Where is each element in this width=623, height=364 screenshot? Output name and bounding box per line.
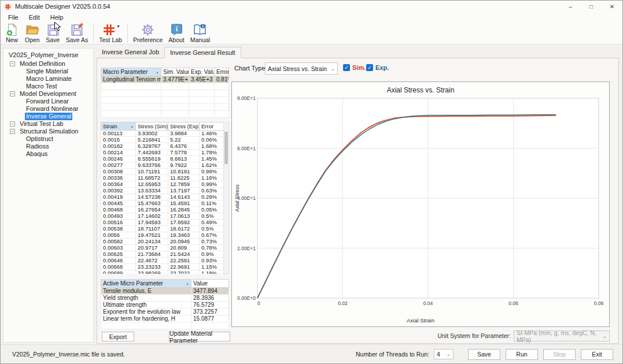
collapse-icon[interactable]: −	[10, 91, 15, 96]
table-scrollbar[interactable]	[223, 122, 229, 274]
collapse-icon[interactable]: −	[10, 61, 15, 66]
tab-inverse-general-result[interactable]: Inverse General Result	[164, 47, 241, 58]
table-row[interactable]: 0.0033611.6857211.82251.16%	[101, 175, 224, 181]
menu-edit[interactable]: Edit	[24, 13, 45, 21]
chart-type-dropdown[interactable]: Axial Stress vs. Strain ⌄	[265, 62, 338, 75]
menu-file[interactable]: File	[3, 13, 24, 21]
tree-item-label: Radioss	[25, 143, 50, 150]
sidebar-item-structural-simulation[interactable]: −Structural Simulation	[3, 128, 93, 135]
sidebar-item-forward-nonlinear[interactable]: Forward Nonlinear	[3, 105, 93, 113]
table-row[interactable]: 0.0068923.9826923.70221.18%	[101, 270, 224, 274]
table-row[interactable]: 0.00155.2168415.220.06%	[101, 137, 224, 143]
tab-inverse-general-job[interactable]: Inverse General Job	[97, 47, 164, 58]
chart-x-axis-label: Axial Strain	[232, 317, 609, 324]
sidebar-item-macro-laminate[interactable]: Macro Laminate	[3, 75, 93, 83]
value-column-header[interactable]: Value	[191, 280, 229, 288]
sidebar-item-forward-linear[interactable]: Forward Linear	[3, 98, 93, 105]
table-row[interactable]: 0.001826.3297676.43761.68%	[101, 143, 224, 150]
table-row[interactable]: 0.005619.4762119.34630.67%	[101, 232, 224, 239]
tree-item-label: Forward Nonlinear	[25, 105, 79, 113]
preference-icon	[141, 23, 155, 37]
exp-checkbox-icon[interactable]: ✓	[366, 64, 373, 71]
maximize-button[interactable]: □	[581, 1, 602, 12]
table-row[interactable]: 0.0036412.6595312.78590.99%	[101, 181, 224, 188]
table-cell: 0.9%	[200, 251, 224, 258]
sidebar-item-abaqus[interactable]: Abaqus	[3, 150, 93, 158]
table-row[interactable]: 0.0051617.9459317.85920.49%	[101, 220, 224, 226]
macro-parameter-column-header[interactable]: ▲Macro Parameter	[101, 68, 161, 76]
threads-dropdown[interactable]: 4 ⌄	[434, 349, 454, 359]
table-cell: 28.3936	[191, 295, 229, 302]
tree-root-project[interactable]: V2025_Polymer_Inverse	[3, 50, 93, 60]
sim-checkbox-icon[interactable]: ✓	[343, 64, 350, 71]
table-cell: 0.67%	[200, 232, 224, 239]
collapse-icon[interactable]: −	[10, 129, 15, 134]
table-row[interactable]: 0.0060320.971720.8090.78%	[101, 245, 224, 251]
sidebar-item-radioss[interactable]: Radioss	[3, 143, 93, 150]
table-row[interactable]: 0.0049317.1460217.06130.5%	[101, 213, 224, 220]
exp-value-column-header[interactable]: Exp. Value	[189, 68, 215, 76]
preference-button[interactable]: Preference	[130, 23, 165, 43]
sidebar-item-virtual-test-lab[interactable]: −Virtual Test Lab	[3, 120, 93, 128]
table-row[interactable]: 0.0030810.7119110.81910.99%	[101, 169, 224, 175]
table-row[interactable]: Exponent for the evolution law373.2257	[101, 309, 229, 315]
stress-exp-column-header[interactable]: Stress (Exp)	[168, 122, 200, 131]
sim-value-column-header[interactable]: Sim. Value	[161, 68, 189, 76]
table-row[interactable]: 0.0044515.4766315.45910.11%	[101, 200, 224, 207]
table-row[interactable]: 0.0062521.7368421.54240.9%	[101, 251, 224, 258]
run-button[interactable]: Run	[506, 349, 538, 360]
sidebar-item-inverse-general[interactable]: Inverse General	[3, 113, 93, 120]
sim-toggle[interactable]: ✓ Sim.	[343, 64, 366, 71]
active-micro-parameter-column-header[interactable]: ▲Active Micro Parameter	[101, 280, 191, 288]
exit-button[interactable]: Exit	[581, 349, 613, 360]
sidebar-item-optistruct[interactable]: Optistruct	[3, 135, 93, 143]
sidebar-item-model-definition[interactable]: −Model Definition	[3, 60, 93, 68]
table-row[interactable]: 0.002147.4426937.57781.78%	[101, 150, 224, 156]
table-row[interactable]: 0.0066823.2323322.96911.15%	[101, 264, 224, 270]
error-column-header[interactable]: Error	[215, 68, 229, 76]
table-row[interactable]: Ultimate strength76.5729	[101, 302, 229, 309]
stress-sim-column-header[interactable]: Stress (Sim)	[136, 122, 168, 131]
table-cell: 0.00646	[101, 258, 136, 264]
chevron-down-icon: ⌄	[330, 66, 335, 72]
sidebar-item-macro-test[interactable]: Macro Test	[3, 83, 93, 90]
table-row[interactable]: 0.0058220.2413420.09450.73%	[101, 239, 224, 245]
open-button[interactable]: Open	[22, 23, 43, 43]
collapse-icon[interactable]: −	[10, 121, 15, 127]
minimize-button[interactable]: –	[560, 1, 581, 12]
table-cell: 0.99%	[200, 181, 224, 188]
tree-item-label: Forward Linear	[25, 98, 70, 105]
manual-button[interactable]: iManual	[187, 23, 213, 43]
strain-column-header[interactable]: ▲Strain	[101, 122, 136, 131]
export-button[interactable]: Export	[102, 332, 134, 341]
table-row[interactable]: 0.002779.6337669.79221.62%	[101, 162, 224, 169]
table-row[interactable]: 0.001133.930023.98841.46%	[101, 131, 224, 137]
table-row[interactable]: Tensile modulus, E3477.894	[101, 288, 229, 295]
table-row[interactable]: 0.002468.5556198.68131.45%	[101, 156, 224, 162]
table-row[interactable]: 0.0064622.467222.25910.93%	[101, 258, 224, 264]
table-row[interactable]: 0.0041914.5723814.61430.29%	[101, 194, 224, 200]
error-column-header[interactable]: Error	[200, 122, 224, 131]
save-button[interactable]: Save	[468, 349, 500, 360]
table-row[interactable]: 0.0053818.7110718.61720.5%	[101, 226, 224, 232]
table-row[interactable]: Yield strength28.3936	[101, 295, 229, 302]
table-cell	[161, 111, 189, 118]
table-row[interactable]: Longitudinal Tension mod...3.4779E+33.45…	[101, 76, 229, 83]
exp-toggle[interactable]: ✓ Exp.	[366, 64, 389, 71]
scrollbar-thumb[interactable]	[224, 132, 228, 164]
table-row[interactable]: 0.0039213.6333413.71970.63%	[101, 188, 224, 194]
test-lab-button[interactable]: ▾Test Lab	[96, 23, 125, 43]
new-button[interactable]: New	[2, 23, 22, 43]
table-row[interactable]: 0.0046816.2765416.28450.05%	[101, 207, 224, 213]
table-cell: 76.5729	[191, 302, 229, 309]
menu-help[interactable]: Help	[45, 13, 69, 21]
y-tick-label: 6.00E+1	[237, 146, 256, 151]
sidebar-item-single-material[interactable]: Single Material	[3, 68, 93, 75]
table-row[interactable]: Linear term for hardening, H15.0877	[101, 315, 229, 322]
update-material-parameter-button[interactable]: Update Material Parameter	[169, 332, 230, 341]
sidebar-item-model-development[interactable]: −Model Development	[3, 90, 93, 98]
save-as-button[interactable]: Save As	[63, 23, 91, 43]
close-button[interactable]: ✕	[602, 1, 622, 12]
table-cell	[215, 97, 229, 104]
about-button[interactable]: iAbout	[165, 23, 187, 43]
